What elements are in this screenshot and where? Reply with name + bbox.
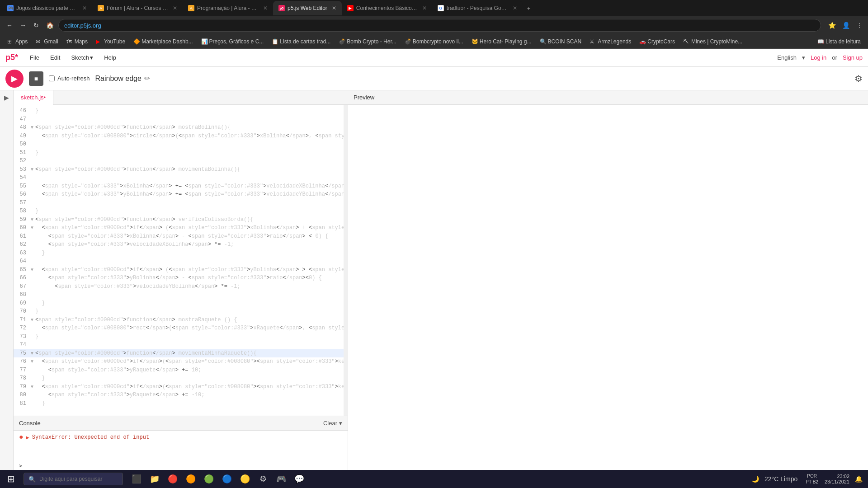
new-tab-button[interactable]: + <box>523 2 535 14</box>
collapse-arrow[interactable]: ▼ <box>30 216 35 224</box>
console-prompt-icon: > <box>19 463 22 469</box>
start-button[interactable]: ⊞ <box>0 470 22 488</box>
play-button[interactable]: ▶ <box>5 70 24 88</box>
settings-icon[interactable]: ⚙ <box>854 73 863 84</box>
login-link[interactable]: Log in <box>811 54 826 61</box>
file-tab-sketchjs[interactable]: sketch.js• <box>14 90 53 105</box>
line-content <box>35 115 344 124</box>
line-number: 80 <box>14 391 30 399</box>
menu-icon[interactable]: ⋮ <box>854 20 864 31</box>
profile-icon[interactable]: 👤 <box>840 20 852 31</box>
collapse-arrow[interactable]: ▼ <box>30 357 35 366</box>
bookmark-bombnovo[interactable]: 💣 Bombcrypto novo li... <box>401 38 467 46</box>
line-number: 67 <box>14 282 30 291</box>
tab-label-prog: Programação | Alura - Cursos on... <box>197 5 259 11</box>
tab-jogos[interactable]: 🎮 Jogos clássicos parte 1: Iniciand... ✕ <box>2 1 92 15</box>
address-box[interactable]: editor.p5js.org <box>58 19 821 32</box>
taskbar-app-6[interactable]: ⚙ <box>255 471 271 487</box>
taskbar-app-1[interactable]: 🔴 <box>165 471 181 487</box>
p5-topbar-right: English ▾ Log in or Sign up <box>777 54 863 61</box>
bookmark-youtube[interactable]: ▶ YouTube <box>92 38 129 46</box>
line-number: 71 <box>14 316 30 324</box>
collapse-arrow[interactable]: ▼ <box>30 165 35 174</box>
bookmark-lista-leitura[interactable]: 📖 Lista de leitura <box>814 38 864 46</box>
taskbar-app-2[interactable]: 🟠 <box>183 471 199 487</box>
signup-link[interactable]: Sign up <box>843 54 863 61</box>
bookmark-bomb[interactable]: 💣 Bomb Crypto - Her... <box>335 38 400 46</box>
tab-close-prog[interactable]: ✕ <box>263 5 268 11</box>
tab-google[interactable]: G tradtuor - Pesquisa Google ✕ <box>432 1 523 15</box>
bookmark-lista[interactable]: 📋 Lista de cartas trad... <box>268 38 334 46</box>
line-number: 65 <box>14 266 30 274</box>
collapse-arrow[interactable]: ▼ <box>30 224 35 232</box>
refresh-button[interactable]: ↻ <box>31 20 42 31</box>
tab-youtube[interactable]: ▶ Conhecimentos Básicos para Inici... ✕ <box>342 1 432 15</box>
bookmark-bcoin[interactable]: 🔍 BCOIN SCAN <box>536 38 585 46</box>
tab-close-yt[interactable]: ✕ <box>422 5 427 11</box>
collapse-arrow[interactable]: ▼ <box>30 123 35 132</box>
auto-refresh-checkbox[interactable] <box>49 75 55 81</box>
code-lines-container: 46 }47 48▼<span style="color:#0000cd">fu… <box>14 107 344 408</box>
language-selector[interactable]: English <box>777 54 797 61</box>
taskview-button[interactable]: ⬛ <box>128 471 145 487</box>
stop-button[interactable]: ■ <box>29 71 43 86</box>
taskbar-app-explorer[interactable]: 📁 <box>146 471 163 487</box>
tab-p5editor[interactable]: p5 p5.js Web Editor ✕ <box>273 1 342 15</box>
taskbar-app-3[interactable]: 🟢 <box>201 471 217 487</box>
bookmark-gmail[interactable]: ✉ Gmail <box>32 38 61 46</box>
tab-forum[interactable]: A Fórum | Alura - Cursos online de... ✕ <box>92 1 183 15</box>
taskbar-app-8[interactable]: 💬 <box>291 471 307 487</box>
menu-sketch[interactable]: Sketch ▾ <box>66 52 98 63</box>
back-button[interactable]: ← <box>4 20 15 31</box>
collapse-arrow[interactable]: ▼ <box>30 383 35 391</box>
line-content: <span style="color:#0000cd">if</span> (<… <box>35 224 344 232</box>
console-title: Console <box>19 420 41 427</box>
code-scrollable[interactable]: 46 }47 48▼<span style="color:#0000cd">fu… <box>14 105 344 416</box>
browser-chrome: 🎮 Jogos clássicos parte 1: Iniciand... ✕… <box>0 0 868 49</box>
bookmark-apps[interactable]: ⊞ Apps <box>4 38 31 46</box>
collapse-arrow[interactable]: ▼ <box>30 316 35 324</box>
taskbar-search-box[interactable]: 🔍 <box>24 473 123 485</box>
menu-sketch-arrow: ▾ <box>90 54 93 61</box>
bookmark-crypto[interactable]: 🚗 CryptoCars <box>636 38 679 46</box>
collapse-arrow[interactable]: ▼ <box>30 266 35 274</box>
tab-programacao[interactable]: A Programação | Alura - Cursos on... ✕ <box>183 1 273 15</box>
code-line: 57 <box>14 199 344 207</box>
bookmark-herocat[interactable]: 🐱 Hero Cat- Playing g... <box>468 38 535 46</box>
tab-favicon-p5: p5 <box>278 5 285 11</box>
sidebar-toggle-button[interactable]: ▶ <box>2 92 11 103</box>
bookmark-marketplace[interactable]: 🔶 Marketplace Dashb... <box>130 38 196 46</box>
taskbar-app-4[interactable]: 🔵 <box>219 471 235 487</box>
taskbar-notification-icon[interactable]: 🔔 <box>853 474 864 483</box>
menu-edit[interactable]: Edit <box>46 52 65 63</box>
line-number: 63 <box>14 249 30 258</box>
menu-help[interactable]: Help <box>99 52 121 63</box>
line-number: 49 <box>14 132 30 141</box>
taskbar-app-7[interactable]: 🎮 <box>273 471 289 487</box>
scrollbar-y[interactable] <box>344 105 348 416</box>
menu-file[interactable]: File <box>25 52 44 63</box>
code-line: 62 <span style="color:#333">velocidadeXB… <box>14 240 344 249</box>
line-number: 79 <box>14 383 30 391</box>
console-clear-button[interactable]: Clear ▾ <box>323 420 342 427</box>
extension-icon[interactable]: ⭐ <box>826 20 838 31</box>
taskbar-app-5[interactable]: 🟡 <box>237 471 253 487</box>
tab-close-google[interactable]: ✕ <box>513 5 517 11</box>
taskbar-search-input[interactable] <box>39 476 112 482</box>
edit-sketch-name-icon[interactable]: ✏ <box>144 74 150 83</box>
bookmark-armz[interactable]: ⚔ ArmzLegends <box>586 38 635 46</box>
bookmark-maps[interactable]: 🗺 Maps <box>63 38 91 46</box>
tab-close-jogos[interactable]: ✕ <box>82 5 87 11</box>
collapse-arrow[interactable]: ▼ <box>30 349 35 358</box>
code-editor-area[interactable]: 46 }47 48▼<span style="color:#0000cd">fu… <box>14 105 348 416</box>
bookmark-label-bomb: Bomb Crypto - Her... <box>347 38 396 45</box>
tab-close-p5[interactable]: ✕ <box>332 5 336 11</box>
bookmark-precos[interactable]: 📊 Preços, Gráficos e C... <box>198 38 268 46</box>
auto-refresh-label[interactable]: Auto-refresh <box>49 75 90 82</box>
bookmark-mines[interactable]: ⛏ Mines | CryptoMine... <box>679 38 746 46</box>
tab-close-forum[interactable]: ✕ <box>173 5 177 11</box>
home-button[interactable]: 🏠 <box>43 20 57 31</box>
left-panel: sketch.js• 46 }47 48▼<span style="color:… <box>14 90 348 470</box>
code-line: 67 <span style="color:#333">velocidadeYB… <box>14 282 344 291</box>
forward-button[interactable]: → <box>17 20 29 31</box>
